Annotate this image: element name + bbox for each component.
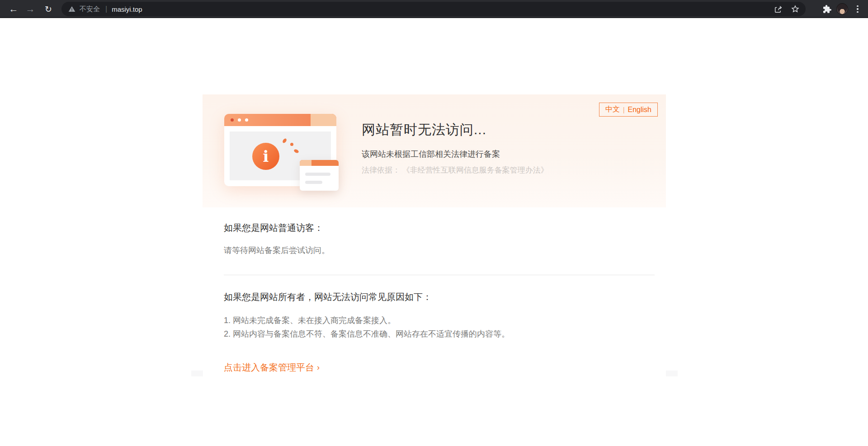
profile-avatar[interactable]	[836, 3, 848, 15]
language-separator: |	[623, 106, 625, 113]
language-toggle-button[interactable]: 中文 | English	[599, 103, 658, 117]
owner-reason-list: 1. 网站未完成备案、未在接入商完成备案接入。 2. 网站内容与备案信息不符、备…	[224, 314, 655, 341]
warning-icon	[68, 5, 76, 13]
visitor-section-heading: 如果您是网站普通访客：	[224, 222, 655, 234]
security-label: 不安全	[80, 5, 100, 14]
bookmark-button[interactable]	[788, 2, 802, 16]
chevron-right-icon: ›	[317, 363, 320, 372]
menu-button[interactable]	[851, 2, 864, 16]
security-chip[interactable]: 不安全	[61, 5, 100, 14]
language-zh[interactable]: 中文	[605, 105, 620, 114]
info-icon: i	[252, 143, 279, 170]
language-en[interactable]: English	[628, 106, 651, 114]
window-dots-icon	[231, 118, 248, 122]
spark-icon	[290, 143, 293, 146]
back-button[interactable]: ←	[5, 0, 22, 18]
star-icon	[791, 5, 800, 14]
legal-basis-text: 法律依据： 《非经营性互联网信息服务备案管理办法》	[362, 165, 548, 175]
puzzle-icon	[822, 5, 832, 14]
extensions-button[interactable]	[820, 2, 834, 16]
icp-portal-link-label[interactable]: 点击进入备案管理平台	[224, 361, 314, 374]
address-bar[interactable]: 不安全 | masiyi.top	[61, 2, 806, 16]
list-item: 1. 网站未完成备案、未在接入商完成备案接入。	[224, 314, 655, 327]
forward-button[interactable]: →	[22, 0, 38, 18]
share-icon	[774, 5, 783, 14]
url-separator: |	[105, 5, 107, 13]
visitor-section-body: 请等待网站备案后尝试访问。	[224, 245, 655, 256]
list-item: 2. 网站内容与备案信息不符、备案信息不准确、网站存在不适宜传播的内容等。	[224, 327, 655, 341]
reload-button[interactable]: ↻	[40, 0, 57, 18]
browser-toolbar: ← → ↻ 不安全 | masiyi.top	[0, 0, 868, 18]
decorative-edge-block	[191, 371, 203, 376]
notice-banner: 中文 | English i	[203, 94, 666, 207]
page-subtitle: 该网站未根据工信部相关法律进行备案	[362, 149, 548, 160]
share-button[interactable]	[771, 2, 785, 16]
url-text: masiyi.top	[112, 5, 142, 13]
icp-portal-link[interactable]: 点击进入备案管理平台 ›	[224, 361, 320, 374]
spark-icon	[293, 149, 299, 154]
content-container: 中文 | English i	[203, 94, 666, 374]
spark-icon	[282, 138, 287, 144]
illustration-mini-card	[300, 160, 339, 191]
section-divider	[224, 275, 655, 275]
decorative-edge-block	[666, 371, 678, 376]
page-title: 网站暂时无法访问...	[362, 121, 548, 139]
kebab-menu-icon	[851, 5, 864, 13]
owner-section-heading: 如果您是网站所有者，网站无法访问常见原因如下：	[224, 291, 655, 303]
page-body: 中文 | English i	[0, 18, 868, 446]
browser-window-illustration: i	[224, 114, 342, 191]
